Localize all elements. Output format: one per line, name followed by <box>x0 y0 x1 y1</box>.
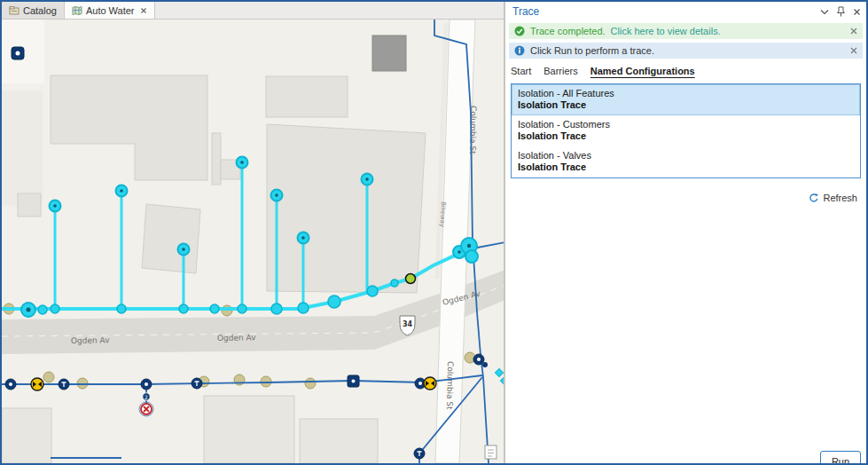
device-symbol[interactable] <box>348 375 359 387</box>
info-icon <box>514 45 525 56</box>
hydrant-node[interactable] <box>178 244 190 256</box>
hydrant-node[interactable] <box>298 232 309 244</box>
config-type: Isolation Trace <box>518 130 854 142</box>
refresh-icon <box>809 193 819 203</box>
device-symbol[interactable] <box>12 47 24 59</box>
gate-valve-symbol[interactable] <box>31 378 43 390</box>
parcel <box>2 91 43 206</box>
hydrant-node[interactable] <box>362 174 373 185</box>
dismiss-success-icon[interactable] <box>850 28 857 35</box>
tab-auto-water-label: Auto Water <box>86 5 135 16</box>
trace-start-point[interactable] <box>406 274 416 284</box>
tab-start[interactable]: Start <box>511 66 531 79</box>
view-tab-bar: Catalog Auto Water <box>2 2 504 20</box>
map-canvas[interactable]: Ogden Av Ogden Av Ogden Av Columbia St C… <box>2 20 504 463</box>
fitting-symbol[interactable] <box>141 379 152 390</box>
road-label-columbia-1: Columbia St <box>468 106 478 154</box>
list-item-isolation-customers[interactable]: Isolation - Customers Isolation Trace <box>512 115 860 146</box>
fitting-symbol[interactable] <box>59 379 69 390</box>
close-icon[interactable] <box>853 8 861 16</box>
hydrant-node[interactable] <box>271 190 283 201</box>
dismiss-info-icon[interactable] <box>850 47 857 54</box>
fitting-symbol[interactable] <box>192 378 202 389</box>
gate-valve-symbol[interactable] <box>424 377 436 390</box>
list-item-isolation-valves[interactable]: Isolation - Valves Isolation Trace <box>512 146 860 177</box>
fitting-symbol[interactable] <box>414 448 425 459</box>
svg-text:2: 2 <box>145 394 148 400</box>
tab-barriers[interactable]: Barriers <box>543 66 578 79</box>
config-name: Isolation - Customers <box>518 119 854 130</box>
pin-icon[interactable] <box>837 6 845 17</box>
tab-catalog-label: Catalog <box>23 5 57 16</box>
map-pane: Catalog Auto Water <box>2 2 505 463</box>
success-check-icon <box>514 26 525 36</box>
panel-title: Trace <box>512 5 820 18</box>
arcgis-pro-window: Catalog Auto Water <box>0 0 868 465</box>
road-label-ogden-1: Ogden Av <box>71 335 110 345</box>
refresh-control[interactable]: Refresh <box>514 193 857 203</box>
map-note-icon[interactable] <box>485 445 497 459</box>
named-configurations-list: Isolation - All Features Isolation Trace… <box>511 83 861 178</box>
refresh-label: Refresh <box>823 193 857 203</box>
config-name: Isolation - All Features <box>518 88 854 99</box>
config-type: Isolation Trace <box>518 162 854 173</box>
tab-auto-water[interactable]: Auto Water <box>65 2 155 19</box>
trace-success-banner: Trace completed. Click here to view deta… <box>509 23 863 39</box>
chevron-down-icon[interactable] <box>820 9 829 15</box>
view-details-link[interactable]: Click here to view details. <box>611 26 721 36</box>
map-icon <box>72 5 82 16</box>
tab-named-configurations[interactable]: Named Configurations <box>590 66 695 79</box>
road-label-ogden-2: Ogden Av <box>217 333 256 343</box>
hydrant-node[interactable] <box>50 201 61 212</box>
closed-valve-symbol[interactable] <box>139 402 153 416</box>
road-label-bikeway: Bikeway <box>438 201 447 227</box>
tab-catalog[interactable]: Catalog <box>2 2 65 19</box>
hydrant-node[interactable] <box>116 185 128 197</box>
tab-close-icon[interactable] <box>140 7 147 14</box>
road-label-columbia-2: Columbia St <box>445 361 455 410</box>
fitting-badge <box>482 362 488 367</box>
trace-completed-text: Trace completed. <box>530 26 606 36</box>
config-name: Isolation - Valves <box>518 150 854 162</box>
config-type: Isolation Trace <box>518 99 854 111</box>
list-item-isolation-all-features[interactable]: Isolation - All Features Isolation Trace <box>512 84 860 115</box>
hydrant-node[interactable] <box>237 157 248 169</box>
run-button[interactable]: Run <box>820 451 861 463</box>
count-badge: 2 <box>143 393 150 400</box>
trace-panel-header: Trace <box>505 2 866 21</box>
trace-info-banner: Click Run to perform a trace. <box>509 43 863 59</box>
trace-subtabs: Start Barriers Named Configurations <box>511 66 861 79</box>
click-run-text: Click Run to perform a trace. <box>530 45 654 56</box>
trace-panel: Trace Trace completed. Click here to vie… <box>505 2 866 463</box>
catalog-icon <box>9 5 20 16</box>
fitting-symbol[interactable] <box>473 354 484 365</box>
fitting-symbol[interactable] <box>5 379 16 390</box>
svg-text:34: 34 <box>403 320 413 328</box>
